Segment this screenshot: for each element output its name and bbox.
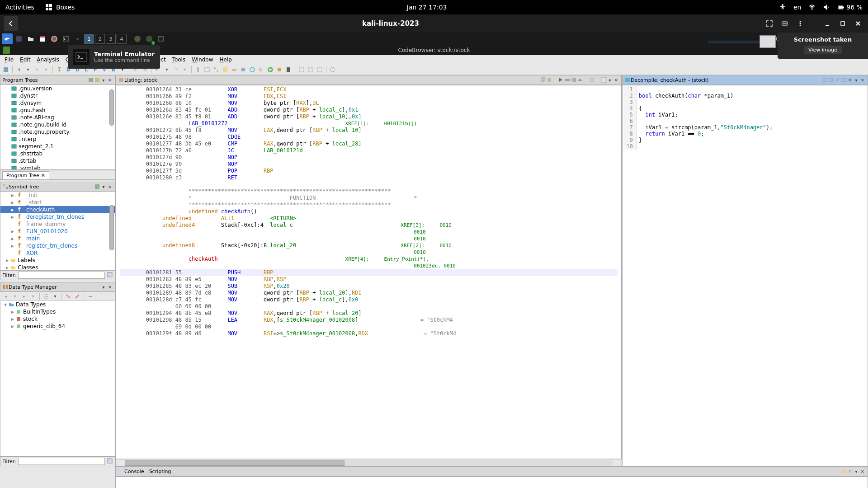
tb-ref[interactable]	[248, 66, 256, 74]
launcher-terminal[interactable]	[61, 33, 71, 44]
dtm-nav-back[interactable]: ◂	[2, 292, 10, 300]
window-button-ghidra[interactable]	[144, 33, 155, 44]
workspace-4[interactable]: 4	[117, 34, 127, 44]
scrollbar-thumb[interactable]	[109, 205, 114, 250]
window-button-firefox[interactable]	[132, 33, 143, 44]
tb-graph2[interactable]	[212, 66, 220, 74]
battery-indicator[interactable]: 96 %	[837, 4, 863, 11]
kali-menu-button[interactable]	[2, 33, 13, 44]
listing-hscroll[interactable]	[116, 459, 622, 466]
tree-item[interactable]: ▸f main	[0, 235, 115, 242]
dtm-tree-drop[interactable]: ▾	[51, 292, 59, 300]
tree-item[interactable]: ▸f deregister_tm_clones	[0, 213, 115, 221]
tree-item[interactable]: f frame_dummy	[0, 221, 115, 228]
dtm-filter-orphans[interactable]	[73, 292, 81, 300]
console-menu[interactable]: ▾	[853, 468, 859, 474]
dc-debug[interactable]	[847, 77, 853, 83]
tb-graph1[interactable]	[203, 66, 211, 74]
dc-close[interactable]: ✕	[859, 77, 866, 83]
listing-fields[interactable]	[600, 77, 607, 83]
tb-fwd-drop[interactable]: ▾	[42, 66, 50, 74]
tb-diff1[interactable]	[297, 66, 306, 74]
dtm-nav-fwd-drop[interactable]: ▾	[29, 292, 37, 300]
close-button[interactable]	[852, 17, 864, 30]
decompile-body[interactable]: 1 2bool checkAuth(char *param_1) 3 4{ 5 …	[622, 85, 868, 466]
back-button[interactable]	[4, 16, 18, 31]
tb-back-drop[interactable]: ▾	[24, 66, 32, 74]
program-tree-tab[interactable]: Program Tree ✕	[2, 171, 49, 179]
tb-diff3[interactable]	[316, 66, 324, 74]
menu-file[interactable]: File	[2, 56, 16, 63]
symbol-tree-header[interactable]: Symbol Tree ▾ ✕	[0, 182, 115, 192]
console-header[interactable]: Console - Scripting ▾ ✕	[116, 466, 868, 476]
dc-snapshot[interactable]	[840, 77, 847, 83]
dtm-nav-fwd[interactable]: ▸	[20, 292, 28, 300]
console-clear[interactable]	[847, 468, 853, 474]
tree-item[interactable]: .gnu.hash	[0, 107, 115, 114]
dtm-item[interactable]: ▸ stock	[0, 315, 115, 323]
tree-folder-labels[interactable]: ▸ Labels	[0, 257, 115, 264]
tab-close-icon[interactable]: ✕	[41, 173, 45, 178]
program-trees-body[interactable]: .gnu.version .dynstr .dynsym .gnu.hash .…	[0, 85, 115, 170]
tb-stop[interactable]	[275, 66, 283, 74]
keyboard-button[interactable]	[778, 17, 791, 30]
launcher-firefox[interactable]	[49, 33, 60, 44]
listing-snapshot[interactable]	[589, 77, 595, 83]
listing-body[interactable]: 00101264 31 ce XOR ESI,ECX 00101266 89 f…	[116, 85, 622, 459]
listing-hover[interactable]	[577, 77, 583, 83]
dc-export[interactable]	[834, 77, 840, 83]
tree-item[interactable]: ▸f register_tm_clones	[0, 242, 115, 249]
menu-edit[interactable]: Edit	[17, 56, 33, 63]
window-button-terminal[interactable]	[156, 33, 166, 44]
dtm-filter-conflicts[interactable]	[64, 292, 72, 300]
tree-item[interactable]: f XOR	[0, 249, 115, 257]
tree-item[interactable]: ▸f _init	[0, 192, 115, 199]
dtm-body[interactable]: ▾ Data Types ▸ BuiltInTypes ▸ stock ▸ ge…	[0, 301, 115, 456]
dtm-header[interactable]: Data Type Manager ▾ ✕	[0, 282, 115, 292]
tree-item[interactable]: .strtab	[0, 157, 115, 164]
launcher-notes[interactable]	[37, 33, 48, 44]
volume-icon[interactable]	[823, 4, 830, 11]
tree-item[interactable]: ▸f FUN_00101020	[0, 228, 115, 235]
tb-str[interactable]: S	[257, 66, 265, 74]
workspace-3[interactable]: 3	[106, 34, 116, 44]
dtm-item[interactable]: ▸ BuiltInTypes	[0, 308, 115, 315]
pt-close[interactable]: ✕	[107, 77, 113, 83]
tb-redo[interactable]	[172, 66, 180, 74]
console-body[interactable]	[116, 476, 868, 488]
tb-marker[interactable]	[194, 66, 202, 74]
dtm-close[interactable]: ✕	[107, 284, 113, 290]
tb-reg[interactable]	[239, 66, 247, 74]
tb-script[interactable]	[221, 66, 229, 74]
listing-diff[interactable]	[571, 77, 577, 83]
listing-menu[interactable]: ▾	[607, 77, 613, 83]
tb-fwd[interactable]	[33, 66, 41, 74]
tree-item[interactable]: ▸f _start	[0, 199, 115, 206]
dtm-tree[interactable]	[42, 292, 50, 300]
maximize-button[interactable]	[836, 17, 849, 30]
symbol-filter-input[interactable]	[18, 272, 105, 279]
tb-undo-drop[interactable]: ▾	[163, 66, 171, 74]
dtm-nav-back-drop[interactable]: ▾	[11, 292, 19, 300]
tb-mem[interactable]	[230, 66, 238, 74]
tb-save[interactable]	[2, 66, 10, 74]
tree-item[interactable]: .gnu.version	[0, 85, 115, 92]
clock[interactable]: Jan 27 17:03	[75, 4, 779, 11]
dtm-item[interactable]: ▸ generic_clib_64	[0, 323, 115, 330]
menu-window[interactable]: Window	[189, 56, 216, 63]
tree-item[interactable]: .shstrtab	[0, 150, 115, 157]
dtm-menu[interactable]: ▾	[100, 284, 107, 290]
listing-close[interactable]: ✕	[613, 77, 619, 83]
program-trees-header[interactable]: Program Trees ▾ ✕	[0, 75, 115, 85]
tb-back[interactable]	[15, 66, 23, 74]
listing-header[interactable]: Listing: stock ▾ ✕	[116, 75, 622, 85]
pt-btn1[interactable]	[88, 77, 94, 83]
tree-item[interactable]: .interp	[0, 136, 115, 143]
pt-btn2[interactable]	[94, 77, 100, 83]
wifi-icon[interactable]	[808, 4, 816, 11]
console-script[interactable]	[840, 468, 847, 474]
menu-analysis[interactable]: Analysis	[34, 56, 61, 63]
app-button[interactable]: Boxes	[45, 4, 75, 11]
menu-tools[interactable]: Tools	[170, 56, 189, 63]
dc-copy[interactable]	[828, 77, 834, 83]
